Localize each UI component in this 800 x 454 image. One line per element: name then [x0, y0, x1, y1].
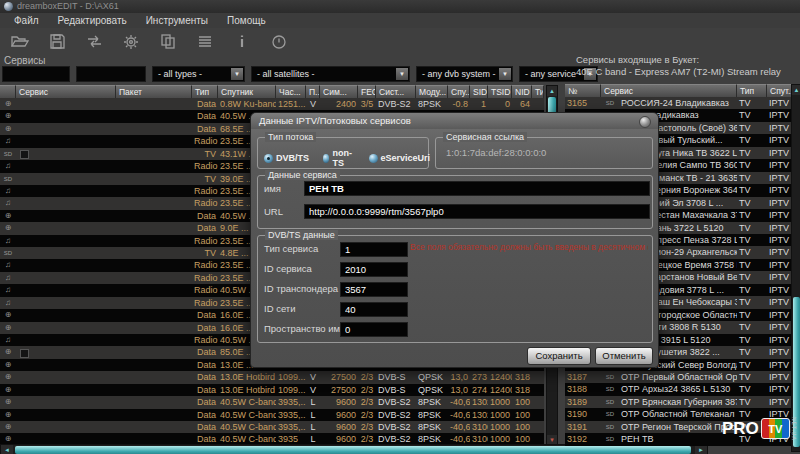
service-row[interactable]: ⊕Data13.0E Hotbird ...1099...V275002/3DV…	[0, 384, 544, 396]
scroll-up-icon[interactable]: ▲	[792, 85, 800, 95]
dialog-title: Данные IPTV/Потоковых сервисов	[259, 115, 411, 126]
services-hscroll-thumb[interactable]	[15, 446, 691, 454]
column-header-3[interactable]: Спут...	[767, 84, 792, 97]
radio-orb-icon[interactable]	[264, 154, 273, 163]
service-type-filter-value: - any service -	[525, 69, 582, 79]
service-row[interactable]: ⊕Data40.5W C-band ...3935,...L96002/3DVB…	[0, 396, 544, 408]
dialog-close-icon[interactable]	[639, 116, 651, 128]
satellite-filter-dropdown[interactable]: - all satellites - ▼	[251, 66, 410, 82]
menubar: Файл Редактировать Инструменты Помощь	[0, 13, 800, 28]
dialog-titlebar[interactable]: Данные IPTV/Потоковых сервисов	[251, 113, 658, 129]
chevron-down-icon[interactable]: ▼	[499, 68, 511, 80]
dvb-system-filter-dropdown[interactable]: - any dvb system - ▼	[416, 66, 513, 82]
radio-eserviceuri[interactable]: eServiceUri	[369, 153, 431, 163]
column-header-6[interactable]: П...	[306, 85, 320, 98]
radio-dvbts[interactable]: DVB/TS	[264, 153, 309, 163]
bouquet-row[interactable]: 3187SDОТР Первый Областной Ор...TVIPTV	[565, 371, 792, 383]
chevron-down-icon[interactable]: ▼	[396, 68, 408, 80]
radio-nonts[interactable]: non-TS	[323, 148, 355, 168]
data-service-icon: ⊕	[0, 222, 16, 234]
cell-service-name: РЕН ТВ	[619, 433, 737, 445]
bouquet-row[interactable]: 3189SDОТР Брянская Губерния 387...TVIPTV	[565, 396, 792, 408]
service-row[interactable]: ⊕Data0.8W Ku-band ...1251...V24003/5DVB-…	[0, 98, 544, 110]
settings-icon[interactable]	[120, 32, 142, 52]
menu-help[interactable]: Помощь	[227, 13, 266, 28]
column-header-5[interactable]: Час...	[276, 85, 306, 98]
column-header-10[interactable]: Моду...	[416, 85, 448, 98]
dvb-field-input-0[interactable]	[340, 242, 408, 257]
menu-edit[interactable]: Редактировать	[58, 13, 127, 28]
scroll-up-icon[interactable]: ▲	[547, 86, 557, 96]
cell-service	[16, 421, 116, 433]
cell-type: TV	[737, 284, 767, 296]
scroll-left-icon[interactable]: ◄	[1, 445, 13, 454]
cell-satellite: 40.5W C-band ...	[218, 396, 276, 408]
column-header-8[interactable]: FEC	[358, 85, 376, 98]
column-header-12[interactable]: SID	[470, 85, 488, 98]
dvb-field-input-2[interactable]	[340, 282, 408, 297]
dvb-field-label: ID транспондера	[264, 283, 338, 294]
cell-type: TV	[737, 334, 767, 346]
cell-service-name: ОТР Брянская Губерния 387...	[619, 396, 737, 408]
menu-file[interactable]: Файл	[14, 13, 39, 28]
package-filter-input[interactable]	[76, 66, 146, 82]
cell-service	[16, 110, 116, 122]
dvb-field-input-4[interactable]	[340, 322, 408, 337]
bouquet-row[interactable]: 3165SDРОССИЯ-24 ВладикавказTVIPTV	[565, 97, 792, 109]
list-icon[interactable]	[194, 32, 216, 52]
service-row[interactable]: ⊕Data40.5W C-band ...3935,...L96002/3DVB…	[0, 409, 544, 421]
open-icon[interactable]	[9, 32, 31, 52]
column-header-2[interactable]: Тип	[737, 84, 767, 97]
save-icon[interactable]	[46, 32, 68, 52]
radio-orb-icon[interactable]	[323, 154, 329, 163]
column-header-4[interactable]: Спутник	[218, 85, 276, 98]
dvb-field-input-1[interactable]	[340, 262, 408, 277]
cell-symbolrate: 9600	[320, 421, 358, 433]
column-header-15[interactable]: Тип	[532, 85, 544, 98]
dvb-field-input-3[interactable]	[340, 302, 408, 317]
cell-service	[16, 160, 116, 172]
cell-type: Radio	[192, 259, 218, 271]
service-row[interactable]: ⊕Data40.5W C-band ...3935,...L96002/3DVB…	[0, 421, 544, 433]
cancel-button[interactable]: Отменить	[595, 347, 653, 365]
copy-icon[interactable]	[157, 32, 179, 52]
type-filter-dropdown[interactable]: - all types - ▼	[152, 66, 245, 82]
cell-package	[116, 123, 192, 135]
dvb-field-label: Тип сервиса	[264, 243, 318, 254]
satellite-filter-value: - all satellites -	[257, 69, 315, 79]
column-header-1[interactable]: Сервис	[601, 84, 737, 97]
cell-type: TV	[737, 134, 767, 146]
about-icon[interactable]	[268, 32, 290, 52]
column-header-0[interactable]	[0, 85, 16, 98]
menu-tools[interactable]: Инструменты	[146, 13, 208, 28]
radio-orb-icon[interactable]	[369, 154, 378, 163]
save-button[interactable]: Сохранить	[527, 347, 591, 365]
column-header-0[interactable]: №	[565, 84, 601, 97]
service-ref-legend: Сервисная ссылка	[443, 132, 527, 142]
transfer-icon[interactable]	[83, 32, 105, 52]
cell-type: TV	[737, 396, 767, 408]
column-header-2[interactable]: Пакет	[116, 85, 192, 98]
column-header-13[interactable]: TSID	[488, 85, 512, 98]
info-icon[interactable]	[231, 32, 253, 52]
column-header-11[interactable]: Спу...	[448, 85, 470, 98]
cell-type: TV	[737, 271, 767, 283]
column-header-1[interactable]: Сервис	[16, 85, 116, 98]
column-header-14[interactable]: NID	[512, 85, 532, 98]
service-filter-input[interactable]	[2, 66, 70, 82]
column-header-9[interactable]: Сист...	[376, 85, 416, 98]
scroll-right-icon[interactable]: ►	[695, 445, 707, 454]
bouquet-vscrollbar[interactable]: ▲	[791, 84, 800, 452]
cell-type: Data	[192, 396, 218, 408]
cell-package	[116, 346, 192, 358]
bouquet-row[interactable]: 3188SDОТР Архыз24 3865 L 5130TVIPTV	[565, 383, 792, 395]
service-name-input[interactable]	[304, 181, 650, 196]
chevron-down-icon[interactable]: ▼	[231, 68, 243, 80]
column-header-3[interactable]: Тип	[192, 85, 218, 98]
services-table-header: СервисПакетТипСпутникЧас...П...Сим...FEC…	[0, 85, 544, 98]
service-row[interactable]: ⊕Data13.0E Hotbird ...1099...V275002/3DV…	[0, 371, 544, 383]
window-titlebar[interactable]: dreamboxEDIT - D:\AX61	[0, 0, 800, 13]
cell-type: TV	[737, 321, 767, 333]
column-header-7[interactable]: Сим...	[320, 85, 358, 98]
service-url-input[interactable]	[304, 204, 650, 219]
